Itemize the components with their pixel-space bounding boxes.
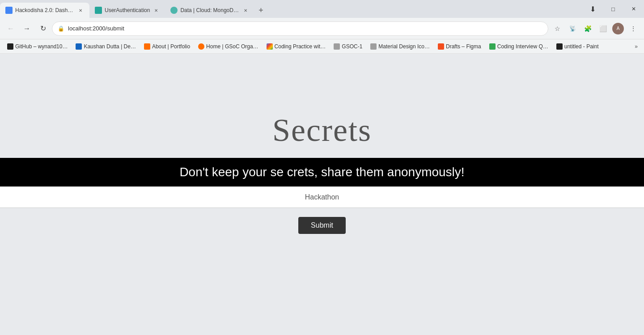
bookmark-gsoc1-label: GSOC-1 xyxy=(342,43,362,50)
bookmark-interview-label: Coding Interview Q… xyxy=(497,43,548,50)
minimize-button[interactable]: ⬇ xyxy=(582,0,603,18)
submit-button[interactable]: Submit xyxy=(298,217,346,234)
refresh-button[interactable]: ↻ xyxy=(36,21,50,36)
bookmark-material[interactable]: Material Design Ico… xyxy=(367,42,433,51)
bookmarks-more-button[interactable]: » xyxy=(632,42,640,51)
bookmark-github-favicon xyxy=(7,43,13,50)
close-button[interactable]: ✕ xyxy=(623,0,644,18)
tab-2-favicon xyxy=(95,7,102,14)
secret-form: Submit xyxy=(0,187,644,234)
banner: Don't keep your se crets, share them ano… xyxy=(0,158,644,187)
address-bar[interactable]: 🔒 localhost:2000/submit xyxy=(52,21,548,36)
bookmark-kaushan-favicon xyxy=(76,43,82,50)
tab-1-close[interactable]: ✕ xyxy=(77,7,84,14)
window-controls: ⬇ □ ✕ xyxy=(582,0,644,18)
page-title: Secrets xyxy=(272,112,372,149)
bookmark-kaushan-label: Kaushan Dutta | De… xyxy=(84,43,136,50)
bookmark-coding-interview[interactable]: Coding Interview Q… xyxy=(486,42,552,51)
maximize-button[interactable]: □ xyxy=(603,0,623,18)
new-tab-button[interactable]: + xyxy=(254,4,267,17)
browser-toolbar: ← → ↻ 🔒 localhost:2000/submit ☆ 📡 🧩 ⬜ A … xyxy=(0,18,644,39)
forward-button[interactable]: → xyxy=(20,21,34,36)
bookmark-gsoc-home-label: Home | GSoC Orga… xyxy=(206,43,258,50)
bookmark-github[interactable]: GitHub – wynand10… xyxy=(4,42,71,51)
tab-2[interactable]: UserAuthentication ✕ xyxy=(89,3,165,18)
bookmark-star-icon[interactable]: ☆ xyxy=(550,21,564,36)
bookmark-material-favicon xyxy=(370,43,377,50)
toolbar-right: ☆ 📡 🧩 ⬜ A ⋮ xyxy=(550,21,640,36)
bookmark-gsoc-home[interactable]: Home | GSoC Orga… xyxy=(195,42,262,51)
bookmark-interview-favicon xyxy=(489,43,496,50)
tab-2-close[interactable]: ✕ xyxy=(153,7,160,14)
tab-3-favicon xyxy=(170,7,178,14)
bookmark-material-label: Material Design Ico… xyxy=(378,43,430,50)
bookmark-figma-favicon xyxy=(438,43,444,50)
banner-text: Don't keep your se crets, share them ano… xyxy=(179,165,464,179)
bookmark-coding-label: Coding Practice wit… xyxy=(275,43,326,50)
sidebar-icon[interactable]: ⬜ xyxy=(596,21,610,36)
bookmark-paint-favicon xyxy=(556,43,563,50)
bookmark-coding-favicon xyxy=(267,43,273,50)
bookmark-github-label: GitHub – wynand10… xyxy=(15,43,68,50)
avatar: A xyxy=(612,23,624,34)
bookmark-coding[interactable]: Coding Practice wit… xyxy=(263,42,330,51)
browser-window: Hackodisha 2.0: Dashboard | Dev… ✕ UserA… xyxy=(0,0,644,335)
tab-1-title: Hackodisha 2.0: Dashboard | Dev… xyxy=(15,7,74,13)
bookmark-gsoc-home-favicon xyxy=(198,43,204,50)
tab-1[interactable]: Hackodisha 2.0: Dashboard | Dev… ✕ xyxy=(0,3,89,18)
secret-input[interactable] xyxy=(0,187,644,208)
bookmark-paint-label: untitled - Paint xyxy=(564,43,599,50)
profile-icon[interactable]: A xyxy=(611,21,625,36)
tab-3-close[interactable]: ✕ xyxy=(242,7,249,14)
tab-bar: Hackodisha 2.0: Dashboard | Dev… ✕ UserA… xyxy=(0,0,644,18)
tab-3[interactable]: Data | Cloud: MongoDB Cloud ✕ xyxy=(165,3,254,18)
tab-3-title: Data | Cloud: MongoDB Cloud xyxy=(180,7,239,13)
bookmark-paint[interactable]: untitled - Paint xyxy=(553,42,602,51)
bookmark-kaushan[interactable]: Kaushan Dutta | De… xyxy=(72,42,140,51)
tab-1-favicon xyxy=(5,7,13,14)
bookmark-gsoc1[interactable]: GSOC-1 xyxy=(330,42,366,51)
menu-icon[interactable]: ⋮ xyxy=(626,21,640,36)
bookmark-portfolio-label: About | Portfolio xyxy=(152,43,190,50)
bookmark-figma[interactable]: Drafts – Figma xyxy=(434,42,485,51)
address-text: localhost:2000/submit xyxy=(68,25,124,32)
bookmarks-bar: GitHub – wynand10… Kaushan Dutta | De… A… xyxy=(0,39,644,54)
bookmark-gsoc1-favicon xyxy=(334,43,340,50)
tab-2-title: UserAuthentication xyxy=(105,7,150,13)
bookmark-portfolio-favicon xyxy=(144,43,150,50)
lock-icon: 🔒 xyxy=(58,25,64,32)
back-button[interactable]: ← xyxy=(4,21,18,36)
bookmark-portfolio[interactable]: About | Portfolio xyxy=(140,42,194,51)
extensions-icon[interactable]: 🧩 xyxy=(580,21,595,36)
cast-icon[interactable]: 📡 xyxy=(565,21,580,36)
page-content: Secrets Don't keep your se crets, share … xyxy=(0,54,644,335)
bookmark-figma-label: Drafts – Figma xyxy=(446,43,481,50)
